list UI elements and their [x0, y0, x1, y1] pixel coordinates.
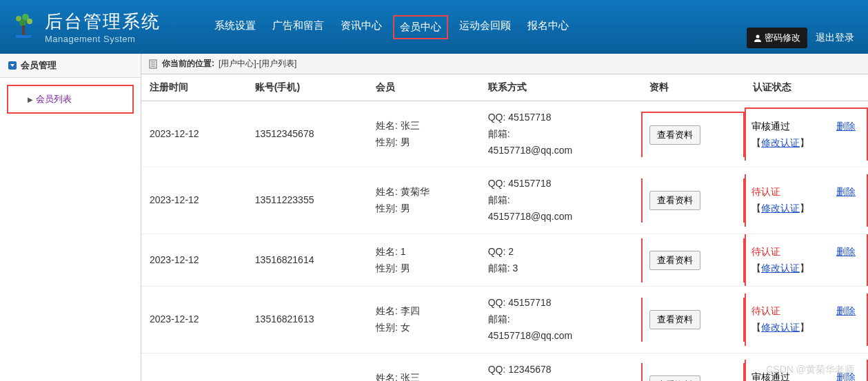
delete-link[interactable]: 删除: [836, 303, 856, 320]
auth-status: 待认证: [751, 186, 780, 197]
cell-status: 待认证删除【修改认证】: [745, 287, 868, 353]
nav-item-5[interactable]: 报名中心: [522, 15, 574, 39]
change-password-button[interactable]: 密码修改: [747, 28, 807, 48]
sidebar-item-0[interactable]: ▶会员列表: [7, 85, 134, 114]
table-row: 2023-12-1213511223355姓名: 黄菊华性别: 男QQ: 451…: [141, 167, 868, 234]
cell-contact: QQ: 45157718邮箱:45157718@qq.com: [480, 167, 641, 234]
nav-item-2[interactable]: 资讯中心: [335, 15, 387, 39]
logout-link[interactable]: 退出登录: [816, 32, 854, 44]
cell-date: 2023-12-12: [141, 101, 247, 167]
cell-profile: 查看资料: [641, 101, 745, 167]
col-header-0: 注册时间: [141, 74, 247, 101]
members-table: 注册时间账号(手机)会员联系方式资料认证状态 2023-12-121351234…: [141, 74, 868, 381]
svg-point-2: [27, 19, 32, 24]
cell-contact: QQ: 2邮箱: 3: [480, 234, 641, 287]
col-header-3: 联系方式: [480, 74, 641, 101]
delete-link[interactable]: 删除: [836, 244, 856, 260]
caret-down-icon: [8, 61, 17, 70]
svg-point-6: [756, 35, 760, 39]
table-row: 2023-12-1213511223344姓名: 张三性别: 男QQ: 1234…: [141, 353, 868, 381]
nav-item-1[interactable]: 广告和留言: [267, 15, 330, 39]
cell-member: 姓名: 李四性别: 女: [367, 287, 480, 353]
content-area: 你当前的位置: [用户中心]-[用户列表] 注册时间账号(手机)会员联系方式资料…: [141, 54, 868, 381]
cell-date: 2023-12-12: [141, 234, 247, 287]
modify-auth-link[interactable]: 修改认证: [761, 322, 800, 333]
cell-date: 2023-12-12: [141, 353, 247, 381]
cell-member: 姓名: 1性别: 男: [367, 234, 480, 287]
cell-date: 2023-12-12: [141, 287, 247, 353]
view-profile-button[interactable]: 查看资料: [649, 310, 700, 329]
sidebar-title: 会员管理: [21, 59, 57, 72]
delete-link[interactable]: 删除: [836, 184, 856, 200]
auth-status: 审核通过: [751, 121, 790, 132]
auth-status: 待认证: [751, 246, 780, 257]
cell-status: 待认证删除【修改认证】: [745, 234, 868, 287]
cell-member: 姓名: 张三性别: 男: [367, 101, 480, 167]
cell-profile: 查看资料: [641, 234, 745, 287]
view-profile-button[interactable]: 查看资料: [649, 125, 700, 145]
cell-member: 姓名: 张三性别: 男: [367, 353, 480, 381]
cell-profile: 查看资料: [641, 287, 745, 353]
cell-status: 审核通过删除【修改认证】: [745, 101, 868, 167]
col-header-4: 资料: [641, 74, 745, 101]
modify-auth-link[interactable]: 修改认证: [761, 262, 800, 274]
logo-area: 后台管理系统 Management System: [10, 10, 161, 44]
cell-account: 13511223355: [247, 167, 367, 234]
auth-status: 待认证: [751, 305, 780, 316]
cell-status: 待认证删除【修改认证】: [745, 167, 868, 234]
sidebar: 会员管理 ▶会员列表: [0, 54, 141, 381]
header-actions: 密码修改 退出登录: [747, 28, 854, 48]
col-header-2: 会员: [367, 74, 480, 101]
sidebar-header[interactable]: 会员管理: [0, 54, 141, 78]
col-header-1: 账号(手机): [247, 74, 367, 101]
modify-auth-link[interactable]: 修改认证: [761, 137, 800, 148]
cell-member: 姓名: 黄菊华性别: 男: [367, 167, 480, 234]
triangle-icon: ▶: [28, 96, 33, 103]
person-icon: [754, 34, 762, 42]
svg-rect-5: [16, 35, 31, 38]
breadcrumb-prefix: 你当前的位置:: [162, 58, 214, 70]
cell-account: 13516821613: [247, 287, 367, 353]
table-row: 2023-12-1213516821613姓名: 李四性别: 女QQ: 4515…: [141, 287, 868, 353]
view-profile-button[interactable]: 查看资料: [649, 191, 700, 210]
main-nav: 系统设置广告和留言资讯中心会员中心运动会回顾报名中心: [209, 15, 574, 39]
nav-item-4[interactable]: 运动会回顾: [454, 15, 516, 39]
view-profile-button[interactable]: 查看资料: [649, 375, 700, 381]
cell-account: 13511223344: [247, 353, 367, 381]
col-header-5: 认证状态: [745, 74, 868, 101]
svg-point-3: [19, 19, 26, 26]
cell-account: 13512345678: [247, 101, 367, 167]
modify-auth-link[interactable]: 修改认证: [761, 203, 800, 214]
cell-profile: 查看资料: [641, 167, 745, 234]
view-profile-button[interactable]: 查看资料: [649, 251, 700, 270]
document-icon: [148, 59, 158, 69]
cell-account: 13516821614: [247, 234, 367, 287]
delete-link[interactable]: 删除: [836, 119, 856, 135]
table-row: 2023-12-1213516821614姓名: 1性别: 男QQ: 2邮箱: …: [141, 234, 868, 287]
table-row: 2023-12-1213512345678姓名: 张三性别: 男QQ: 4515…: [141, 101, 868, 167]
cell-profile: 查看资料: [641, 353, 745, 381]
cell-contact: QQ: 45157718邮箱:45157718@qq.com: [480, 287, 641, 353]
nav-item-0[interactable]: 系统设置: [209, 15, 261, 39]
app-title-en: Management System: [45, 34, 161, 44]
breadcrumb-path: [用户中心]-[用户列表]: [219, 58, 296, 70]
watermark: CSDN @黄菊华老师: [766, 364, 854, 376]
cell-contact: QQ: 45157718邮箱:45157718@qq.com: [480, 101, 641, 167]
breadcrumb: 你当前的位置: [用户中心]-[用户列表]: [141, 54, 868, 74]
app-title-cn: 后台管理系统: [45, 10, 161, 34]
svg-rect-4: [22, 25, 25, 35]
cell-date: 2023-12-12: [141, 167, 247, 234]
app-header: 后台管理系统 Management System 系统设置广告和留言资讯中心会员…: [0, 0, 868, 54]
tree-logo-icon: [10, 13, 38, 41]
sidebar-item-label: 会员列表: [36, 94, 72, 104]
change-password-label: 密码修改: [765, 32, 800, 44]
cell-contact: QQ: 12345678邮箱:12345678@qq.com: [480, 353, 641, 381]
nav-item-3[interactable]: 会员中心: [393, 15, 448, 39]
